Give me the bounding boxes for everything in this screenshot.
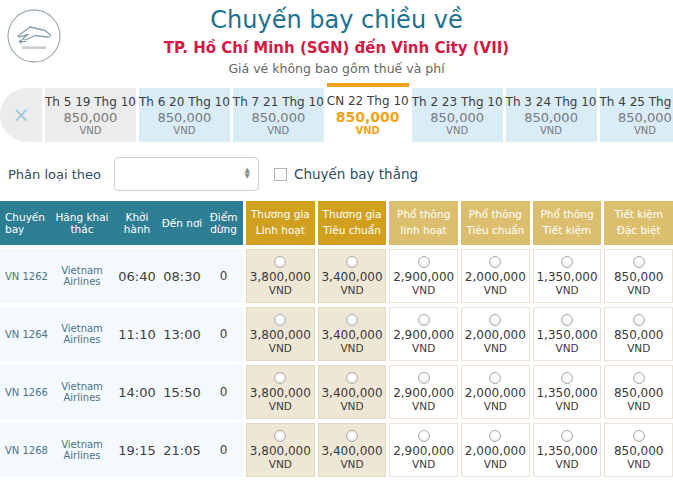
date-tab-th-4-25-thg-10[interactable]: Th 4 25 Thg 10850,000VND xyxy=(600,88,673,142)
date-tab-th-3-24-thg-10[interactable]: Th 3 24 Thg 10850,000VND xyxy=(506,88,597,142)
fare-radio-button[interactable] xyxy=(489,256,501,268)
fare-radio-button[interactable] xyxy=(489,372,501,384)
fare-option[interactable]: 2,900,000VND xyxy=(389,365,458,419)
fare-option[interactable]: 3,800,000VND xyxy=(246,365,315,419)
fare-option[interactable]: 2,000,000VND xyxy=(461,423,530,477)
fare-currency: VND xyxy=(484,342,507,354)
carrier-name: Vietnam Airlines xyxy=(50,439,114,461)
fare-currency: VND xyxy=(269,342,292,354)
date-tab-currency: VND xyxy=(356,125,380,136)
fare-column-header[interactable]: Thương gia Linh hoạt xyxy=(246,201,315,245)
fare-radio-button[interactable] xyxy=(346,256,358,268)
fare-radio-button[interactable] xyxy=(489,314,501,326)
fare-option[interactable]: 850,000VND xyxy=(604,249,673,303)
sort-select[interactable]: ▲▼ xyxy=(114,157,259,191)
fare-radio-button[interactable] xyxy=(418,430,430,442)
fare-radio-button[interactable] xyxy=(561,372,573,384)
fare-column-header[interactable]: Thương gia Tiêu chuẩn xyxy=(318,201,387,245)
fare-price: 1,350,000 xyxy=(536,444,597,458)
date-tab-th-6-20-thg-10[interactable]: Th 6 20 Thg 10850,000VND xyxy=(139,88,230,142)
fare-radio-button[interactable] xyxy=(274,256,286,268)
fare-radio-button[interactable] xyxy=(418,372,430,384)
fare-option[interactable]: 2,900,000VND xyxy=(389,307,458,361)
fare-price: 850,000 xyxy=(614,386,664,400)
fare-price: 2,000,000 xyxy=(465,270,526,284)
date-tab-date: Th 6 20 Thg 10 xyxy=(139,95,230,109)
fare-radio-button[interactable] xyxy=(489,430,501,442)
sort-label: Phân loại theo xyxy=(8,167,101,182)
date-tab-th-2-23-thg-10[interactable]: Th 2 23 Thg 10850,000VND xyxy=(412,88,503,142)
fare-column-header[interactable]: Phổ thông Tiết kiệm xyxy=(533,201,602,245)
fare-radio-button[interactable] xyxy=(346,372,358,384)
fare-radio-button[interactable] xyxy=(418,314,430,326)
column-header-carrier: Hãng khai thác xyxy=(50,211,114,235)
fare-price: 2,000,000 xyxy=(465,328,526,342)
date-tab-price: 850,000 xyxy=(336,109,400,125)
fare-radio-button[interactable] xyxy=(633,372,645,384)
fare-radio-button[interactable] xyxy=(346,314,358,326)
fare-column-header[interactable]: Tiết kiệm Đặc biệt xyxy=(604,201,673,245)
fare-radio-button[interactable] xyxy=(274,430,286,442)
flight-info: VN 1268Vietnam Airlines19:1521:050 xyxy=(0,423,243,477)
fare-currency: VND xyxy=(484,458,507,470)
fare-option[interactable]: 2,000,000VND xyxy=(461,365,530,419)
date-tab-th-7-21-thg-10[interactable]: Th 7 21 Thg 10850,000VND xyxy=(233,88,324,142)
date-tab-currency: VND xyxy=(79,125,101,136)
fare-radio-button[interactable] xyxy=(561,314,573,326)
date-tab-price: 850,000 xyxy=(64,110,118,125)
fare-radio-button[interactable] xyxy=(633,430,645,442)
column-header-flight: Chuyến bay xyxy=(0,211,50,235)
table-row: VN 1262Vietnam Airlines06:4008:3003,800,… xyxy=(0,249,673,303)
fare-currency: VND xyxy=(340,342,363,354)
fare-option[interactable]: 3,800,000VND xyxy=(246,307,315,361)
fare-radio-button[interactable] xyxy=(346,430,358,442)
date-tab-date: Th 2 23 Thg 10 xyxy=(412,95,503,109)
carrier-name: Vietnam Airlines xyxy=(50,381,114,403)
fare-currency: VND xyxy=(555,342,578,354)
flight-number: VN 1264 xyxy=(0,329,50,340)
fare-price: 3,800,000 xyxy=(250,386,311,400)
fare-option[interactable]: 850,000VND xyxy=(604,423,673,477)
fare-option[interactable]: 2,900,000VND xyxy=(389,423,458,477)
fare-option[interactable]: 850,000VND xyxy=(604,365,673,419)
fare-column-header[interactable]: Phổ thông linh hoạt xyxy=(389,201,458,245)
fare-option[interactable]: 3,800,000VND xyxy=(246,423,315,477)
fare-radio-button[interactable] xyxy=(274,314,286,326)
fare-radio-button[interactable] xyxy=(633,256,645,268)
fare-radio-button[interactable] xyxy=(418,256,430,268)
fare-radio-button[interactable] xyxy=(561,256,573,268)
date-tab-date: Th 4 25 Thg 10 xyxy=(600,95,673,109)
fare-price: 2,900,000 xyxy=(393,270,454,284)
date-carousel: × Th 5 19 Thg 10850,000VNDTh 6 20 Thg 10… xyxy=(0,88,673,142)
fare-option[interactable]: 2,000,000VND xyxy=(461,307,530,361)
fare-radio-button[interactable] xyxy=(633,314,645,326)
flight-number: VN 1268 xyxy=(0,445,50,456)
fare-option[interactable]: 1,350,000VND xyxy=(533,249,602,303)
fare-radio-button[interactable] xyxy=(274,372,286,384)
date-tab-th-5-19-thg-10[interactable]: Th 5 19 Thg 10850,000VND xyxy=(45,88,136,142)
fare-option[interactable]: 1,350,000VND xyxy=(533,307,602,361)
close-carousel-button[interactable]: × xyxy=(0,88,42,142)
fare-option[interactable]: 1,350,000VND xyxy=(533,365,602,419)
fare-option[interactable]: 3,400,000VND xyxy=(318,423,387,477)
date-tab-currency: VND xyxy=(540,125,562,136)
fare-radio-button[interactable] xyxy=(561,430,573,442)
direct-flight-checkbox[interactable] xyxy=(274,168,287,181)
fare-option[interactable]: 3,400,000VND xyxy=(318,307,387,361)
date-tab-cn-22-thg-10[interactable]: CN 22 Thg 10850,000VND xyxy=(327,83,409,142)
fare-option[interactable]: 3,400,000VND xyxy=(318,365,387,419)
fare-option[interactable]: 3,800,000VND xyxy=(246,249,315,303)
fare-column-header[interactable]: Phổ thông Tiêu chuẩn xyxy=(461,201,530,245)
column-header-depart: Khởi hành xyxy=(114,211,160,235)
fare-currency: VND xyxy=(269,400,292,412)
fare-option[interactable]: 850,000VND xyxy=(604,307,673,361)
fare-option[interactable]: 2,900,000VND xyxy=(389,249,458,303)
fare-option[interactable]: 2,000,000VND xyxy=(461,249,530,303)
fare-currency: VND xyxy=(627,284,650,296)
fare-option[interactable]: 3,400,000VND xyxy=(318,249,387,303)
table-body: VN 1262Vietnam Airlines06:4008:3003,800,… xyxy=(0,249,673,477)
fare-option[interactable]: 1,350,000VND xyxy=(533,423,602,477)
flight-number: VN 1262 xyxy=(0,271,50,282)
departure-time: 19:15 xyxy=(114,443,160,458)
fare-currency: VND xyxy=(555,284,578,296)
